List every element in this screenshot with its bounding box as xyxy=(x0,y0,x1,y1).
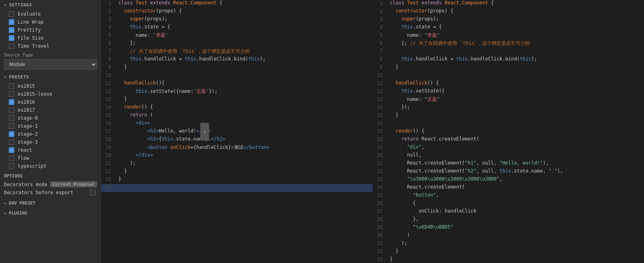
env-preset-section-header[interactable]: ▸ ENV PRESET xyxy=(0,198,101,208)
table-row: 26 { xyxy=(373,200,644,208)
line-number: 17 xyxy=(373,128,387,136)
stage-0-checkbox[interactable] xyxy=(9,115,14,121)
es2015-loose-label: es2015-loose xyxy=(18,91,52,97)
sidebar-item-es2016[interactable]: es2016 xyxy=(0,98,101,106)
toggle-pane-button[interactable]: ‹ xyxy=(200,123,209,141)
file-size-checkbox[interactable] xyxy=(9,35,14,41)
sidebar-item-stage-0[interactable]: stage-0 xyxy=(0,114,101,122)
table-row: 21 React.createElement("h1", null, "Hell… xyxy=(373,160,644,168)
stage-1-checkbox[interactable] xyxy=(9,123,14,129)
typescript-checkbox[interactable] xyxy=(9,163,14,169)
line-number: 17 xyxy=(101,128,115,136)
line-code: <button onClick={handleClick}>测试</button… xyxy=(115,144,373,152)
sidebar-item-react[interactable]: react xyxy=(0,146,101,154)
plugins-section-header[interactable]: ▸ PLUGINS xyxy=(0,208,101,218)
plugins-arrow-icon: ▸ xyxy=(4,211,6,215)
table-row: 5 name: '李磊' xyxy=(101,32,373,40)
table-row: 24 xyxy=(101,184,373,192)
settings-section-header[interactable]: ▾ SETTINGS xyxy=(0,0,101,10)
react-checkbox[interactable] xyxy=(9,147,14,153)
line-code: render() { xyxy=(387,128,644,136)
line-number: 24 xyxy=(373,184,387,192)
table-row: 24 React.createElement( xyxy=(373,184,644,192)
line-code xyxy=(115,72,373,80)
table-row: 30 ) xyxy=(373,232,644,240)
line-number: 26 xyxy=(373,200,387,208)
sidebar-item-es2017[interactable]: es2017 xyxy=(0,106,101,114)
table-row: 22 } xyxy=(101,168,373,176)
env-preset-label: ENV PRESET xyxy=(9,201,35,206)
decorators-mode-label: Decorators mode xyxy=(4,182,47,187)
stage-3-checkbox[interactable] xyxy=(9,139,14,145)
table-row: 17 <h1>Hello, world!</h1> xyxy=(101,128,373,136)
sidebar-item-es2015[interactable]: es2015 xyxy=(0,82,101,90)
line-code: }; xyxy=(115,40,373,48)
plugins-label: PLUGINS xyxy=(9,211,27,216)
prettify-checkbox[interactable] xyxy=(9,27,14,33)
table-row: 6 }; xyxy=(101,40,373,48)
settings-label: SETTINGS xyxy=(9,2,32,8)
line-code: { xyxy=(387,200,644,208)
presets-section-header[interactable]: ▾ PRESETS xyxy=(0,72,101,82)
table-row: 3 super(props); xyxy=(373,16,644,24)
decorators-mode-value[interactable]: Current Proposal xyxy=(50,181,97,187)
table-row: 6 }; // 为了在回调中使用 `this`，这个绑定是必不可少的 xyxy=(373,40,644,48)
table-row: 29 "\u6D4B\u8BD5" xyxy=(373,224,644,232)
table-row: 8 this.handleClick = this.handleClick.bi… xyxy=(373,56,644,64)
right-code-pane[interactable]: 1class Test extends React.Component { 2 … xyxy=(373,0,644,263)
table-row: 17 render() { xyxy=(373,128,644,136)
es2016-label: es2016 xyxy=(18,99,35,105)
sidebar-item-time-travel[interactable]: Time Travel xyxy=(0,42,101,50)
line-code: </div> xyxy=(115,152,373,160)
stage-2-checkbox[interactable] xyxy=(9,131,14,137)
sidebar-item-evaluate[interactable]: Evaluate xyxy=(0,10,101,18)
line-number: 5 xyxy=(373,32,387,40)
line-number: 25 xyxy=(373,192,387,200)
sidebar-item-line-wrap[interactable]: Line Wrap xyxy=(0,18,101,26)
table-row: 16 xyxy=(373,120,644,128)
sidebar-item-flow[interactable]: flow xyxy=(0,154,101,162)
sidebar-item-stage-3[interactable]: stage-3 xyxy=(0,138,101,146)
sidebar-item-prettify[interactable]: Prettify xyxy=(0,26,101,34)
line-code: null, xyxy=(387,152,644,160)
es2015-loose-checkbox[interactable] xyxy=(9,91,14,97)
line-number: 4 xyxy=(101,24,115,32)
sidebar-item-stage-1[interactable]: stage-1 xyxy=(0,122,101,130)
stage-2-label: stage-2 xyxy=(18,131,38,137)
line-number: 7 xyxy=(373,48,387,56)
line-number: 14 xyxy=(373,104,387,112)
es2016-checkbox[interactable] xyxy=(9,99,14,105)
line-number: 15 xyxy=(373,112,387,120)
es2017-checkbox[interactable] xyxy=(9,107,14,113)
flow-label: flow xyxy=(18,155,29,161)
sidebar-item-typescript[interactable]: typescript xyxy=(0,162,101,170)
line-code xyxy=(387,120,644,128)
time-travel-checkbox[interactable] xyxy=(9,43,14,49)
sidebar-item-file-size[interactable]: File Size xyxy=(0,34,101,42)
decorators-before-checkbox[interactable] xyxy=(90,190,96,195)
options-label: OPTIONS xyxy=(4,172,97,180)
table-row: 1class Test extends React.Component { xyxy=(101,0,373,8)
left-code-pane[interactable]: 1class Test extends React.Component { 2 … xyxy=(101,0,373,263)
decorators-mode-row: Decorators mode Current Proposal xyxy=(4,180,97,189)
line-code: "button", xyxy=(387,192,644,200)
line-number: 18 xyxy=(373,136,387,144)
table-row: 21 ); xyxy=(101,160,373,168)
line-code: handleClick(){ xyxy=(115,80,373,88)
source-type-select[interactable]: Module Script Unambiguous xyxy=(4,59,97,70)
table-row: 13 } xyxy=(101,96,373,104)
line-number: 1 xyxy=(373,0,387,8)
es2017-label: es2017 xyxy=(18,107,35,113)
evaluate-checkbox[interactable] xyxy=(9,11,14,17)
sidebar-item-stage-2[interactable]: stage-2 xyxy=(0,130,101,138)
es2015-checkbox[interactable] xyxy=(9,83,14,89)
line-code: <h1>Hello, world!</h1> xyxy=(115,128,373,136)
line-wrap-checkbox[interactable] xyxy=(9,19,14,25)
line-number: 18 xyxy=(101,136,115,144)
line-number: 10 xyxy=(101,72,115,80)
sidebar: ▾ SETTINGS Evaluate Line Wrap Prettify F… xyxy=(0,0,101,263)
line-code: // 为了在回调中使用 `this`，这个绑定是必不可少的 xyxy=(115,48,373,56)
sidebar-item-es2015-loose[interactable]: es2015-loose xyxy=(0,90,101,98)
flow-checkbox[interactable] xyxy=(9,155,14,161)
line-number: 8 xyxy=(101,56,115,64)
